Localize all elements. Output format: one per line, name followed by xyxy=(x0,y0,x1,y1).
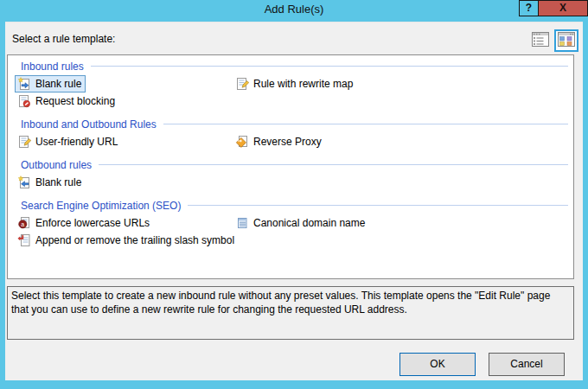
section-title: Inbound rules xyxy=(21,61,84,73)
window-controls: ? X xyxy=(519,0,588,16)
view-toggle-group xyxy=(530,29,578,52)
cancel-button[interactable]: Cancel xyxy=(489,353,565,376)
template-item-trailing-slash[interactable]: Append or remove the trailing slash symb… xyxy=(8,232,226,249)
template-item-label: Blank rule xyxy=(35,78,81,90)
section-divider xyxy=(91,66,568,67)
section-divider xyxy=(99,164,568,165)
close-button[interactable]: X xyxy=(539,0,588,16)
template-item-label: Request blocking xyxy=(35,95,115,107)
empty-cell xyxy=(226,232,573,249)
section-rows: User-friendly URL Reverse Proxy xyxy=(8,133,573,150)
section-header-inbound-rules: Inbound rules xyxy=(21,60,568,73)
template-item-enforce-lowercase-urls[interactable]: a Enforce lowercase URLs xyxy=(8,214,226,232)
template-item-label: Rule with rewrite map xyxy=(253,78,353,90)
template-item-reverse-proxy[interactable]: Reverse Proxy xyxy=(226,133,573,150)
new-inbound-rule-icon xyxy=(17,77,31,91)
canonical-domain-icon xyxy=(235,216,249,230)
details-view-button[interactable] xyxy=(530,31,551,50)
template-item-label: Append or remove the trailing slash symb… xyxy=(35,234,234,246)
dialog-content: Select a rule template: xyxy=(5,22,583,380)
section-title: Inbound and Outbound Rules xyxy=(21,118,157,131)
help-button[interactable]: ? xyxy=(519,0,539,16)
template-item-user-friendly-url[interactable]: User-friendly URL xyxy=(8,133,226,150)
template-item-blank-rule-inbound[interactable]: Blank rule xyxy=(8,75,226,92)
template-item-label: Blank rule xyxy=(35,176,81,188)
section-title: Outbound rules xyxy=(21,159,92,171)
title-bar[interactable]: Add Rule(s) ? X xyxy=(0,0,588,22)
section-divider xyxy=(188,205,568,206)
section-title: Search Engine Optimization (SEO) xyxy=(21,200,181,212)
user-friendly-url-icon xyxy=(17,135,31,149)
request-blocking-icon xyxy=(17,94,31,108)
section-header-seo: Search Engine Optimization (SEO) xyxy=(21,199,568,212)
template-item-request-blocking[interactable]: Request blocking xyxy=(8,92,226,110)
select-template-label: Select a rule template: xyxy=(12,33,115,45)
window-title: Add Rule(s) xyxy=(0,3,588,16)
new-outbound-rule-icon xyxy=(17,175,31,189)
section-rows: Blank rule Rule with rewrite map xyxy=(8,75,573,110)
rewrite-map-icon xyxy=(235,77,249,91)
rule-template-list[interactable]: Inbound rules Blank rule xyxy=(7,54,574,279)
section-header-outbound-rules: Outbound rules xyxy=(21,158,568,171)
template-item-rule-with-rewrite-map[interactable]: Rule with rewrite map xyxy=(226,75,573,92)
template-item-label: Reverse Proxy xyxy=(253,136,322,148)
section-rows: Blank rule xyxy=(8,174,573,191)
svg-text:a: a xyxy=(21,221,24,227)
template-item-label: User-friendly URL xyxy=(35,136,118,148)
template-item-label: Enforce lowercase URLs xyxy=(35,217,150,229)
section-divider xyxy=(163,124,568,124)
template-item-canonical-domain-name[interactable]: Canonical domain name xyxy=(226,214,573,232)
ok-button[interactable]: OK xyxy=(399,353,476,376)
empty-cell xyxy=(226,92,573,110)
add-rules-dialog: Add Rule(s) ? X Select a rule template: xyxy=(0,0,588,389)
tiles-view-button[interactable] xyxy=(554,29,578,52)
empty-cell xyxy=(226,174,573,191)
trailing-slash-icon xyxy=(17,233,31,247)
tiles-view-icon xyxy=(558,32,575,50)
details-view-icon xyxy=(532,32,549,50)
template-item-blank-rule-outbound[interactable]: Blank rule xyxy=(8,174,226,191)
lowercase-urls-icon: a xyxy=(17,216,31,230)
section-header-inbound-outbound: Inbound and Outbound Rules xyxy=(21,118,568,131)
template-item-label: Canonical domain name xyxy=(253,217,365,229)
template-description: Select this template to create a new inb… xyxy=(7,286,574,340)
section-rows: a Enforce lowercase URLs xyxy=(8,214,573,249)
reverse-proxy-icon xyxy=(235,135,249,149)
